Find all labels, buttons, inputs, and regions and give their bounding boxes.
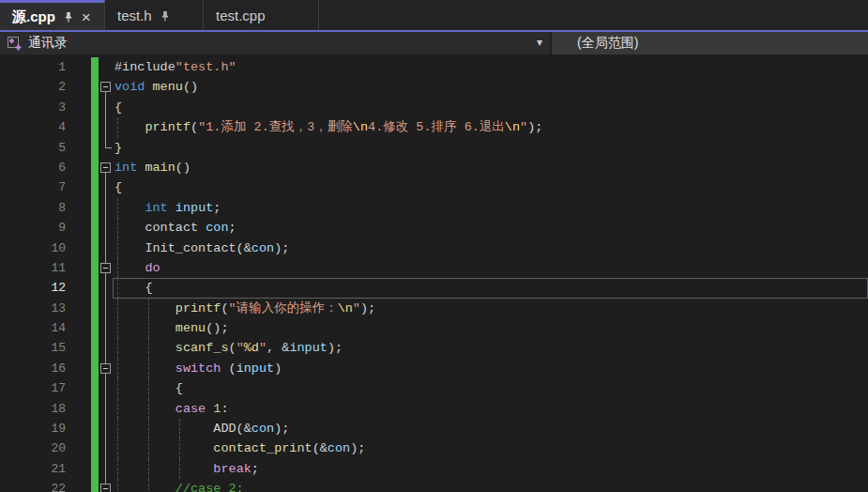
code-text: { xyxy=(114,177,122,197)
line-number[interactable]: 4 xyxy=(0,117,66,137)
line-number[interactable]: 5 xyxy=(0,138,66,158)
code-text: int main() xyxy=(114,158,190,177)
line-number[interactable]: 17 xyxy=(0,378,66,398)
code-text: Init_contact(&con); xyxy=(114,238,289,258)
line-number[interactable]: 16 xyxy=(0,359,66,378)
line-number[interactable]: 3 xyxy=(0,98,66,117)
close-icon[interactable]: × xyxy=(82,9,91,25)
code-line[interactable]: 16 switch (input) xyxy=(0,359,868,378)
line-number[interactable]: 12 xyxy=(0,278,66,298)
line-number[interactable]: 13 xyxy=(0,299,66,318)
project-dropdown-label: 通讯录 xyxy=(28,35,68,52)
code-line[interactable]: 3{ xyxy=(0,98,868,117)
members-icon xyxy=(7,36,23,52)
tab-label: test.h xyxy=(105,8,158,23)
line-number[interactable]: 6 xyxy=(0,158,66,177)
code-line[interactable]: 18 case 1: xyxy=(0,399,868,419)
line-number[interactable]: 9 xyxy=(0,218,66,238)
code-line[interactable]: 20 contact_print(&con); xyxy=(0,438,868,458)
line-number[interactable]: 21 xyxy=(0,459,66,479)
code-line[interactable]: 19 ADD(&con); xyxy=(0,419,868,438)
code-rows: 1#include"test.h"2void menu()3{4 printf(… xyxy=(0,57,868,492)
line-number[interactable]: 2 xyxy=(0,77,66,97)
code-line[interactable]: 14 menu(); xyxy=(0,318,868,338)
code-text: contact con; xyxy=(114,218,236,238)
line-number[interactable]: 22 xyxy=(0,479,66,492)
line-number[interactable]: 8 xyxy=(0,198,66,218)
code-text: { xyxy=(114,278,153,298)
scope-dropdown-label: (全局范围) xyxy=(577,35,638,52)
pin-icon[interactable] xyxy=(160,10,171,22)
line-number[interactable]: 19 xyxy=(0,419,66,438)
code-line[interactable]: 5} xyxy=(0,138,868,158)
code-text: { xyxy=(114,378,183,398)
tab-label: test.cpp xyxy=(204,8,271,23)
code-text: menu(); xyxy=(114,318,229,338)
project-dropdown[interactable]: 通讯录 ▾ xyxy=(0,32,552,54)
code-editor[interactable]: 1#include"test.h"2void menu()3{4 printf(… xyxy=(0,54,868,492)
code-text: contact_print(&con); xyxy=(114,438,365,458)
fold-collapse-box[interactable] xyxy=(100,263,111,273)
fold-collapse-box[interactable] xyxy=(100,82,111,92)
code-line[interactable]: 4 printf("1.添加 2.查找，3，删除\n4.修改 5.排序 6.退出… xyxy=(0,117,868,137)
code-line[interactable]: 2void menu() xyxy=(0,77,868,97)
tab-label: 源.cpp xyxy=(0,8,61,26)
chevron-down-icon[interactable]: ▾ xyxy=(537,36,542,49)
code-text: break; xyxy=(114,459,259,479)
line-number[interactable]: 15 xyxy=(0,338,66,358)
code-line[interactable]: 22 //case 2: xyxy=(0,479,868,492)
fold-collapse-box[interactable] xyxy=(100,484,111,492)
code-line[interactable]: 6int main() xyxy=(0,158,868,177)
fold-collapse-box[interactable] xyxy=(100,363,111,374)
code-text: do xyxy=(114,258,160,278)
code-text: scanf_s("%d", &input); xyxy=(114,338,343,358)
vs-editor-window: 源.cpp × test.h test.cpp xyxy=(0,0,868,492)
fold-collapse-box[interactable] xyxy=(100,162,111,173)
code-text: } xyxy=(114,138,122,158)
line-number[interactable]: 14 xyxy=(0,318,66,338)
code-line-current[interactable]: 12 { xyxy=(0,278,868,298)
code-text: void menu() xyxy=(114,77,198,97)
code-line[interactable]: 21 break; xyxy=(0,459,868,479)
code-text: printf("1.添加 2.查找，3，删除\n4.修改 5.排序 6.退出\n… xyxy=(114,117,542,137)
scope-dropdown[interactable]: (全局范围) xyxy=(552,32,868,54)
line-number[interactable]: 18 xyxy=(0,399,66,419)
line-number[interactable]: 11 xyxy=(0,258,66,278)
code-line[interactable]: 7{ xyxy=(0,177,868,197)
tab-source-cpp[interactable]: 源.cpp × xyxy=(0,0,105,31)
line-number[interactable]: 10 xyxy=(0,238,66,258)
code-line[interactable]: 15 scanf_s("%d", &input); xyxy=(0,338,868,358)
code-line[interactable]: 9 contact con; xyxy=(0,218,868,238)
code-text: printf("请输入你的操作：\n"); xyxy=(114,299,375,318)
line-number[interactable]: 20 xyxy=(0,438,66,458)
document-tab-strip: 源.cpp × test.h test.cpp xyxy=(0,0,868,31)
code-line[interactable]: 10 Init_contact(&con); xyxy=(0,238,868,258)
code-text: { xyxy=(114,98,122,117)
code-text: case 1: xyxy=(114,399,229,419)
tab-test-h[interactable]: test.h xyxy=(105,0,204,31)
code-text: //case 2: xyxy=(114,479,244,492)
code-line[interactable]: 17 { xyxy=(0,378,868,398)
code-text: #include"test.h" xyxy=(114,57,236,77)
pin-icon[interactable] xyxy=(63,11,74,23)
code-line[interactable]: 13 printf("请输入你的操作：\n"); xyxy=(0,299,868,318)
code-line[interactable]: 1#include"test.h" xyxy=(0,57,868,77)
code-line[interactable]: 11 do xyxy=(0,258,868,278)
code-text: int input; xyxy=(114,198,221,218)
code-text: ADD(&con); xyxy=(114,419,289,438)
code-line[interactable]: 8 int input; xyxy=(0,198,868,218)
navigation-bar: 通讯录 ▾ (全局范围) xyxy=(0,32,868,54)
code-text: switch (input) xyxy=(114,359,282,378)
line-number[interactable]: 7 xyxy=(0,177,66,197)
tab-test-cpp[interactable]: test.cpp xyxy=(204,0,319,31)
line-number[interactable]: 1 xyxy=(0,57,66,77)
